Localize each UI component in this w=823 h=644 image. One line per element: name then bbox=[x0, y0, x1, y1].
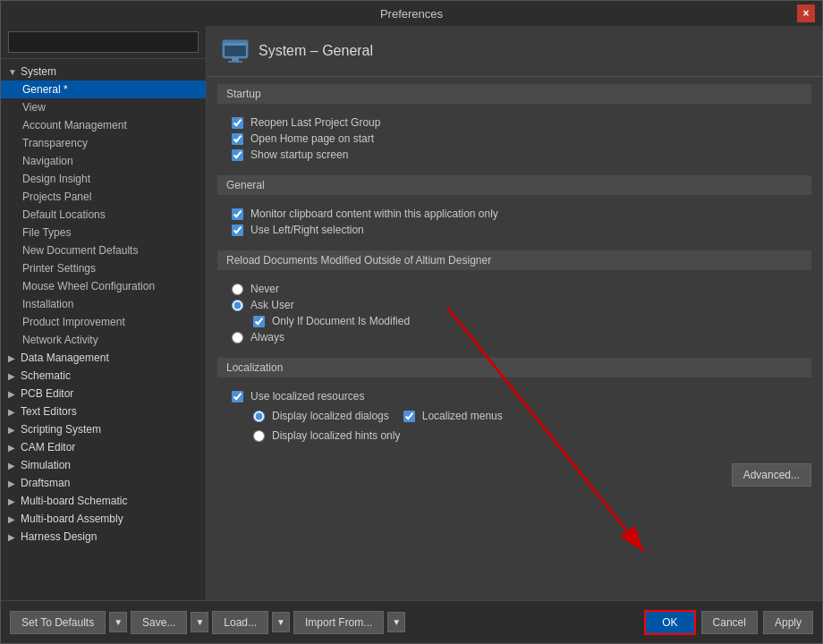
radio-never-label: Never bbox=[250, 283, 279, 295]
checkbox-only-if-modified-label: Only If Document Is Modified bbox=[272, 315, 410, 327]
reload-indent: Only If Document Is Modified bbox=[253, 315, 797, 327]
page-icon bbox=[221, 37, 250, 65]
advanced-button[interactable]: Advanced... bbox=[732, 463, 811, 487]
radio-display-localized-dialogs-input[interactable] bbox=[253, 411, 265, 422]
radio-always[interactable]: Always bbox=[232, 331, 797, 343]
sidebar-item-text-editors[interactable]: ▶ Text Editors bbox=[1, 402, 206, 420]
sidebar-label-network-activity: Network Activity bbox=[22, 334, 98, 346]
checkbox-reopen-last[interactable]: Reopen Last Project Group bbox=[232, 116, 797, 129]
expand-arrow-simulation: ▶ bbox=[8, 461, 17, 470]
checkbox-monitor-clipboard[interactable]: Monitor clipboard content within this ap… bbox=[232, 208, 797, 220]
expand-arrow-cam-editor: ▶ bbox=[8, 443, 17, 453]
sidebar-label-account: Account Management bbox=[22, 119, 127, 131]
close-button[interactable]: × bbox=[797, 4, 815, 22]
bottom-bar: Set To Defaults ▼ Save... ▼ Load... ▼ Im… bbox=[1, 600, 822, 643]
sidebar-item-data-management[interactable]: ▶ Data Management bbox=[1, 349, 206, 367]
sidebar-item-mouse-wheel[interactable]: Mouse Wheel Configuration bbox=[1, 277, 206, 295]
sidebar-item-schematic[interactable]: ▶ Schematic bbox=[1, 367, 206, 385]
sidebar-item-view[interactable]: View bbox=[1, 98, 206, 116]
import-from-button[interactable]: Import From... bbox=[293, 611, 384, 634]
sidebar-label-projects-panel: Projects Panel bbox=[22, 191, 91, 203]
sidebar-item-file-types[interactable]: File Types bbox=[1, 224, 206, 242]
section-startup: Startup Reopen Last Project Group Open H… bbox=[217, 84, 811, 168]
sidebar-item-pcb-editor[interactable]: ▶ PCB Editor bbox=[1, 385, 206, 402]
bottom-left-buttons: Set To Defaults ▼ Save... ▼ Load... ▼ Im… bbox=[10, 611, 405, 634]
checkbox-use-localized-label: Use localized resources bbox=[250, 390, 364, 402]
sidebar-item-product-improvement[interactable]: Product Improvement bbox=[1, 313, 206, 331]
radio-never-input[interactable] bbox=[232, 284, 243, 295]
sidebar-item-general[interactable]: General * bbox=[1, 80, 206, 98]
radio-never[interactable]: Never bbox=[232, 283, 797, 295]
save-arrow[interactable]: ▼ bbox=[191, 612, 208, 632]
checkbox-left-right-label: Use Left/Right selection bbox=[250, 224, 364, 236]
checkbox-monitor-clipboard-input[interactable] bbox=[232, 208, 243, 220]
sidebar-item-harness-design[interactable]: ▶ Harness Design bbox=[1, 528, 206, 546]
radio-display-localized-dialogs[interactable]: Display localized dialogs bbox=[253, 410, 389, 422]
radio-always-input[interactable] bbox=[232, 332, 243, 343]
sidebar-label-cam-editor: CAM Editor bbox=[21, 441, 75, 453]
title-bar: Preferences × bbox=[1, 1, 822, 26]
apply-button[interactable]: Apply bbox=[763, 611, 813, 634]
checkbox-use-localized[interactable]: Use localized resources bbox=[232, 390, 797, 402]
checkbox-show-startup[interactable]: Show startup screen bbox=[232, 148, 797, 161]
sidebar-label-scripting-system: Scripting System bbox=[21, 423, 101, 436]
cancel-button[interactable]: Cancel bbox=[701, 611, 758, 634]
system-general-icon bbox=[221, 37, 250, 65]
sidebar-item-draftsman[interactable]: ▶ Draftsman bbox=[1, 474, 206, 492]
sidebar-item-account[interactable]: Account Management bbox=[1, 116, 206, 134]
radio-ask-user[interactable]: Ask User bbox=[232, 299, 797, 311]
expand-arrow-schematic: ▶ bbox=[8, 371, 17, 381]
checkbox-reopen-last-input[interactable] bbox=[232, 117, 243, 129]
checkbox-localized-menus[interactable]: Localized menus bbox=[403, 410, 503, 422]
sidebar: ▼ System General * View Account Manageme… bbox=[1, 26, 207, 600]
sidebar-item-multiboard-assembly[interactable]: ▶ Multi-board Assembly bbox=[1, 510, 206, 528]
expand-arrow-draftsman: ▶ bbox=[8, 479, 17, 488]
set-defaults-arrow[interactable]: ▼ bbox=[109, 612, 127, 632]
checkbox-open-home[interactable]: Open Home page on start bbox=[232, 132, 797, 145]
sidebar-item-projects-panel[interactable]: Projects Panel bbox=[1, 188, 206, 206]
ok-button[interactable]: OK bbox=[644, 610, 695, 635]
checkbox-show-startup-input[interactable] bbox=[232, 149, 243, 161]
checkbox-left-right[interactable]: Use Left/Right selection bbox=[232, 224, 797, 236]
sidebar-item-network-activity[interactable]: Network Activity bbox=[1, 331, 206, 349]
expand-arrow-pcb-editor: ▶ bbox=[8, 389, 17, 399]
sidebar-item-transparency[interactable]: Transparency bbox=[1, 134, 206, 152]
import-from-arrow[interactable]: ▼ bbox=[387, 612, 405, 632]
sidebar-item-design-insight[interactable]: Design Insight bbox=[1, 170, 206, 188]
sidebar-item-scripting-system[interactable]: ▶ Scripting System bbox=[1, 420, 206, 438]
reload-content: Never Ask User Only If Document Is Modif… bbox=[217, 275, 811, 351]
search-box bbox=[1, 26, 206, 59]
sidebar-item-system[interactable]: ▼ System bbox=[1, 63, 206, 80]
sidebar-label-system: System bbox=[21, 65, 56, 78]
sidebar-item-navigation[interactable]: Navigation bbox=[1, 152, 206, 170]
checkbox-only-if-modified-input[interactable] bbox=[253, 316, 265, 327]
radio-display-localized-hints-input[interactable] bbox=[253, 430, 265, 442]
checkbox-reopen-last-label: Reopen Last Project Group bbox=[250, 116, 380, 129]
sidebar-item-default-locations[interactable]: Default Locations bbox=[1, 206, 206, 224]
load-button[interactable]: Load... bbox=[212, 611, 268, 634]
radio-always-label: Always bbox=[250, 331, 284, 343]
checkbox-open-home-label: Open Home page on start bbox=[250, 132, 374, 145]
save-button[interactable]: Save... bbox=[131, 611, 187, 634]
checkbox-open-home-input[interactable] bbox=[232, 133, 243, 145]
checkbox-use-localized-input[interactable] bbox=[232, 391, 243, 402]
checkbox-localized-menus-input[interactable] bbox=[403, 411, 415, 422]
expand-arrow-multiboard-schematic: ▶ bbox=[8, 496, 17, 506]
radio-ask-user-label: Ask User bbox=[250, 299, 294, 311]
sidebar-item-cam-editor[interactable]: ▶ CAM Editor bbox=[1, 438, 206, 456]
load-arrow[interactable]: ▼ bbox=[272, 612, 290, 632]
sidebar-item-printer-settings[interactable]: Printer Settings bbox=[1, 259, 206, 277]
sidebar-label-general: General * bbox=[22, 83, 68, 96]
set-defaults-button[interactable]: Set To Defaults bbox=[10, 611, 106, 634]
sidebar-item-new-doc-defaults[interactable]: New Document Defaults bbox=[1, 242, 206, 259]
checkbox-left-right-input[interactable] bbox=[232, 225, 243, 236]
search-input[interactable] bbox=[8, 31, 199, 53]
localization-header: Localization bbox=[217, 358, 811, 377]
checkbox-only-if-modified[interactable]: Only If Document Is Modified bbox=[253, 315, 797, 327]
radio-display-localized-hints[interactable]: Display localized hints only bbox=[253, 429, 797, 442]
expand-arrow-multiboard-assembly: ▶ bbox=[8, 514, 17, 524]
radio-ask-user-input[interactable] bbox=[232, 300, 243, 311]
sidebar-item-multiboard-schematic[interactable]: ▶ Multi-board Schematic bbox=[1, 492, 206, 510]
sidebar-item-simulation[interactable]: ▶ Simulation bbox=[1, 456, 206, 474]
sidebar-item-installation[interactable]: Installation bbox=[1, 295, 206, 313]
